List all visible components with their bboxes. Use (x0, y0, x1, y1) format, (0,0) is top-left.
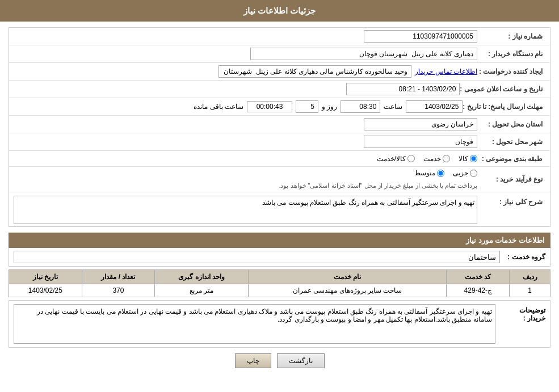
category-khedmat-text: خدمت (423, 155, 441, 163)
announcement-input[interactable] (346, 83, 460, 95)
deadline-time-label: ساعت (384, 103, 402, 111)
cell-unit: متر مربع (155, 284, 249, 297)
deadline-remaining-box: 00:00:43 (247, 101, 292, 112)
button-row: بازگشت چاپ (9, 348, 550, 374)
buyer-org-input[interactable] (250, 48, 477, 60)
description-textarea[interactable] (14, 196, 477, 224)
category-kala-khedmat-text: کالا/خدمت (377, 155, 406, 163)
table-head: ردیف کد خدمت نام خدمت واحد اندازه گیری ت… (9, 270, 550, 284)
back-button[interactable]: بازگشت (277, 353, 325, 368)
col-unit: واحد اندازه گیری (155, 270, 249, 284)
need-number-label: شماره نیاز : (477, 32, 545, 40)
creator-contact-link[interactable]: اطلاعات تماس خریدار (415, 68, 477, 75)
process-motavaset-text: متوسط (414, 169, 435, 177)
creator-row: ایجاد کننده درخواست : اطلاعات تماس خریدا… (9, 63, 550, 81)
process-row: نوع فرآیند خرید : جزیی متوسط پرداخت تمام… (9, 167, 550, 192)
category-kala-khedmat-label[interactable]: کالا/خدمت (377, 155, 415, 163)
city-value-cell (14, 136, 477, 148)
col-quantity: تعداد / مقدار (82, 270, 155, 284)
cell-row: 1 (510, 284, 550, 297)
table-body: 1ج-42-429ساخت سایر پروژه‌های مهندسی عمرا… (9, 284, 550, 297)
deadline-remaining-value: 00:00:43 (257, 103, 283, 111)
announcement-value-cell (14, 83, 460, 95)
buyer-notes-row: توضیحات خریدار : (9, 300, 550, 348)
need-number-input[interactable] (364, 30, 477, 43)
deadline-row: مهلت ارسال پاسخ: تا تاریخ : ساعت روز و 0… (9, 98, 550, 116)
services-table: ردیف کد خدمت نام خدمت واحد اندازه گیری ت… (9, 269, 550, 297)
print-button[interactable]: چاپ (235, 353, 271, 368)
description-value-cell (14, 196, 477, 224)
category-label: طبقه بندی موضوعی : (477, 155, 545, 163)
col-code: کد خدمت (447, 270, 510, 284)
province-label: استان محل تحویل : (477, 120, 545, 128)
announcement-label: تاریخ و ساعت اعلان عمومی : (460, 85, 545, 93)
creator-input[interactable] (218, 65, 411, 78)
category-kala-text: کالا (459, 155, 468, 163)
table-header-row: ردیف کد خدمت نام خدمت واحد اندازه گیری ت… (9, 270, 550, 284)
need-number-value-cell (14, 30, 477, 43)
province-row: استان محل تحویل : (9, 116, 550, 133)
city-input[interactable] (364, 136, 477, 148)
services-section: اطلاعات خدمات مورد نیاز گروه خدمت : ردیف… (9, 233, 550, 297)
cell-date: 1403/02/25 (9, 284, 82, 297)
province-input[interactable] (364, 118, 477, 130)
city-label: شهر محل تحویل : (477, 138, 545, 146)
category-kala-radio[interactable] (470, 155, 477, 162)
buyer-org-label: نام دستگاه خریدار : (477, 50, 545, 58)
city-row: شهر محل تحویل : (9, 133, 550, 151)
col-date: تاریخ نیاز (9, 270, 82, 284)
deadline-value-cell: ساعت روز و 00:00:43 ساعت باقی مانده (14, 100, 463, 113)
buyer-org-value-cell (14, 48, 477, 60)
description-row: شرح کلی نیاز : (9, 192, 550, 226)
deadline-days-input[interactable] (296, 100, 318, 113)
cell-name: ساخت سایر پروژه‌های مهندسی عمران (248, 284, 446, 297)
process-motavaset-label[interactable]: متوسط (414, 169, 444, 177)
category-kala-label[interactable]: کالا (459, 155, 477, 163)
process-radio-group: جزیی متوسط (414, 169, 477, 177)
process-label: نوع فرآیند خرید : (477, 175, 545, 183)
col-name: نام خدمت (248, 270, 446, 284)
group-input[interactable] (14, 251, 500, 263)
process-value-cell: جزیی متوسط پرداخت تمام یا بخشی از مبلغ خ… (14, 169, 477, 189)
category-kala-khedmat-radio[interactable] (407, 155, 415, 162)
deadline-days-label: روز و (322, 103, 337, 111)
category-radio-group: کالا خدمت کالا/خدمت (377, 155, 477, 163)
deadline-remaining-label: ساعت باقی مانده (194, 103, 243, 111)
group-label: گروه خدمت : (500, 253, 545, 261)
buyer-notes-label: توضیحات خریدار : (500, 304, 545, 322)
buyer-notes-textarea[interactable] (14, 304, 495, 344)
buyer-org-row: نام دستگاه خریدار : (9, 45, 550, 63)
process-description: پرداخت تمام یا بخشی از مبلغ خریدار از مح… (279, 182, 477, 189)
category-khedmat-radio[interactable] (443, 155, 450, 162)
cell-quantity: 370 (82, 284, 155, 297)
page-title: جزئیات اطلاعات نیاز (243, 6, 316, 15)
process-jozyi-radio[interactable] (470, 170, 477, 177)
process-jozyi-text: جزیی (453, 169, 468, 177)
category-value-cell: کالا خدمت کالا/خدمت (14, 155, 477, 163)
col-row: ردیف (510, 270, 550, 284)
creator-value-cell: اطلاعات تماس خریدار (14, 65, 477, 78)
info-section: شماره نیاز : نام دستگاه خریدار : ایجاد ک… (9, 27, 550, 227)
creator-label: ایجاد کننده درخواست : (477, 68, 545, 75)
group-row: گروه خدمت : (9, 248, 550, 267)
deadline-time-input[interactable] (341, 100, 380, 113)
category-row: طبقه بندی موضوعی : کالا خدمت (9, 151, 550, 167)
page-header: جزئیات اطلاعات نیاز (0, 0, 559, 22)
deadline-label: مهلت ارسال پاسخ: تا تاریخ : (463, 103, 545, 111)
process-motavaset-radio[interactable] (437, 170, 444, 177)
announcement-row: تاریخ و ساعت اعلان عمومی : (9, 81, 550, 98)
cell-code: ج-42-429 (447, 284, 510, 297)
table-row: 1ج-42-429ساخت سایر پروژه‌های مهندسی عمرا… (9, 284, 550, 297)
description-label: شرح کلی نیاز : (477, 196, 545, 206)
process-jozyi-label[interactable]: جزیی (453, 169, 477, 177)
services-title: اطلاعات خدمات مورد نیاز (9, 233, 550, 248)
province-value-cell (14, 118, 477, 130)
category-khedmat-label[interactable]: خدمت (423, 155, 450, 163)
need-number-row: شماره نیاز : (9, 28, 550, 45)
deadline-date-input[interactable] (406, 100, 463, 113)
